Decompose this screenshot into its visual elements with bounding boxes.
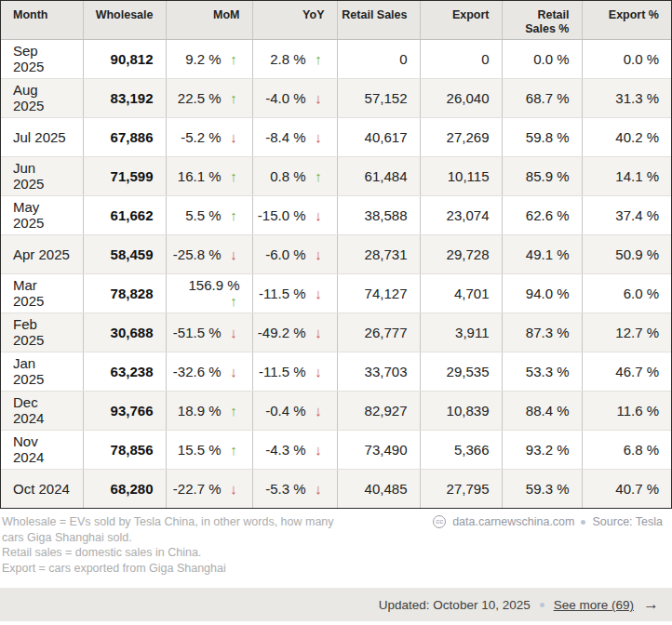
cell-retail-sales: 28,731	[337, 234, 420, 273]
footnote-section: Wholesale = EVs sold by Tesla China, in …	[0, 514, 672, 576]
cell-export: 26,040	[420, 78, 502, 117]
table-row: Feb 2025 30,688 -51.5 %↓ -49.2 %↓ 26,777…	[1, 312, 671, 352]
cell-export: 27,795	[420, 469, 502, 508]
yoy-value: -15.0 %	[258, 207, 306, 223]
cell-mom: -32.6 %↓	[166, 352, 252, 391]
cell-yoy: -11.5 %↓	[252, 352, 337, 391]
trend-down-icon: ↓	[313, 325, 325, 340]
cell-wholesale: 83,192	[83, 78, 166, 117]
cell-retail-sales-pct: 85.9 %	[502, 156, 582, 195]
yoy-value: -4.3 %	[265, 442, 305, 458]
column-header-retail-sales-pct: Retail Sales %	[502, 1, 582, 39]
table-row: May 2025 61,662 5.5 %↑ -15.0 %↓ 38,588 2…	[1, 195, 671, 234]
trend-down-icon: ↓	[313, 403, 325, 419]
header-row: Month Wholesale MoM YoY Retail Sales Exp…	[1, 1, 671, 39]
cell-yoy: -0.4 %↓	[252, 391, 337, 430]
cell-wholesale: 90,812	[83, 39, 166, 78]
trend-down-icon: ↓	[228, 129, 240, 145]
cell-retail-sales: 26,777	[337, 312, 420, 352]
mom-value: -32.6 %	[173, 364, 222, 379]
cell-export: 27,269	[420, 117, 502, 156]
table-row: Dec 2024 93,766 18.9 %↑ -0.4 %↓ 82,927 1…	[1, 391, 671, 430]
mom-value: -25.8 %	[173, 246, 222, 262]
cell-wholesale: 58,459	[83, 234, 166, 273]
cell-yoy: -8.4 %↓	[252, 117, 337, 156]
yoy-value: -5.3 %	[265, 481, 305, 497]
cell-export-pct: 11.6 %	[582, 391, 671, 430]
cell-retail-sales-pct: 68.7 %	[502, 78, 582, 117]
cell-retail-sales-pct: 93.2 %	[502, 430, 582, 469]
cell-yoy: -6.0 %↓	[252, 234, 337, 273]
footnote-line: Retail sales = domestic sales in China.	[2, 545, 672, 561]
footer-bar: Updated: October 10, 2025 See more (69) …	[0, 588, 672, 621]
yoy-value: -11.5 %	[259, 286, 306, 301]
yoy-value: -49.2 %	[258, 325, 306, 340]
mom-value: 18.9 %	[178, 403, 222, 419]
cell-mom: 18.9 %↑	[166, 391, 252, 430]
column-header-month: Month	[1, 1, 83, 39]
cell-retail-sales: 74,127	[337, 273, 420, 312]
table-row: Jan 2025 63,238 -32.6 %↓ -11.5 %↓ 33,703…	[1, 352, 671, 391]
cell-yoy: 2.8 %↑	[252, 39, 337, 78]
mom-value: -22.7 %	[173, 481, 222, 497]
footnote-line: Export = cars exported from Giga Shangha…	[2, 561, 672, 577]
see-more-link[interactable]: See more (69)	[554, 598, 634, 612]
column-header-yoy: YoY	[252, 1, 337, 39]
column-header-export-pct: Export %	[582, 1, 671, 39]
cell-export-pct: 31.3 %	[582, 78, 671, 117]
yoy-value: -11.5 %	[259, 364, 306, 379]
cell-month: Aug 2025	[1, 78, 83, 117]
column-header-mom: MoM	[166, 1, 252, 39]
trend-up-icon: ↑	[228, 442, 240, 458]
cell-export: 5,366	[420, 430, 502, 469]
table-row: Mar 2025 78,828 156.9 %↑ -11.5 %↓ 74,127…	[1, 273, 671, 312]
cell-retail-sales-pct: 59.8 %	[502, 117, 582, 156]
arrow-right-icon[interactable]: →	[643, 595, 658, 614]
cell-export-pct: 6.8 %	[582, 430, 671, 469]
cell-retail-sales: 57,152	[337, 78, 420, 117]
trend-down-icon: ↓	[228, 364, 240, 379]
table-body: Sep 2025 90,812 9.2 %↑ 2.8 %↑ 0 0 0.0 % …	[1, 39, 671, 508]
yoy-value: 0.8 %	[270, 168, 305, 184]
yoy-value: -4.0 %	[265, 90, 305, 106]
cell-month: Feb 2025	[1, 312, 83, 352]
table-row: Apr 2025 58,459 -25.8 %↓ -6.0 %↓ 28,731 …	[1, 234, 671, 273]
cell-month: Jul 2025	[1, 117, 83, 156]
cell-export-pct: 6.0 %	[582, 273, 671, 312]
cell-export-pct: 40.2 %	[582, 117, 671, 156]
dot-separator	[540, 603, 544, 607]
cell-month: Dec 2024	[1, 391, 83, 430]
cell-export: 3,911	[420, 312, 502, 352]
cell-wholesale: 78,856	[83, 430, 166, 469]
cell-retail-sales-pct: 87.3 %	[502, 312, 582, 352]
cell-mom: 156.9 %↑	[166, 273, 252, 312]
trend-down-icon: ↓	[313, 207, 325, 223]
cell-retail-sales-pct: 88.4 %	[502, 391, 582, 430]
cell-export: 23,074	[420, 195, 502, 234]
cell-mom: -25.8 %↓	[166, 234, 252, 273]
trend-down-icon: ↓	[228, 246, 240, 262]
cell-yoy: 0.8 %↑	[252, 156, 337, 195]
cell-retail-sales-pct: 59.3 %	[502, 469, 582, 508]
trend-up-icon: ↑	[228, 293, 240, 309]
cell-wholesale: 78,828	[83, 273, 166, 312]
cell-month: Mar 2025	[1, 273, 83, 312]
trend-down-icon: ↓	[313, 246, 325, 262]
cell-month: Sep 2025	[1, 39, 83, 78]
attribution-source: Source: Tesla	[592, 515, 663, 528]
cell-export: 29,728	[420, 234, 502, 273]
cell-retail-sales-pct: 49.1 %	[502, 234, 582, 273]
dot-separator	[581, 520, 585, 525]
column-header-wholesale: Wholesale	[83, 1, 166, 39]
mom-value: -5.2 %	[181, 129, 221, 145]
cell-wholesale: 67,886	[83, 117, 166, 156]
trend-up-icon: ↑	[228, 207, 240, 223]
mom-value: 156.9 %	[188, 277, 239, 293]
cell-retail-sales: 40,485	[337, 469, 420, 508]
cc-icon: cc	[433, 515, 446, 528]
cell-retail-sales-pct: 94.0 %	[502, 273, 582, 312]
cell-month: Nov 2024	[1, 430, 83, 469]
cell-retail-sales: 40,617	[337, 117, 420, 156]
cell-mom: -51.5 %↓	[166, 312, 252, 352]
trend-down-icon: ↓	[228, 481, 240, 497]
